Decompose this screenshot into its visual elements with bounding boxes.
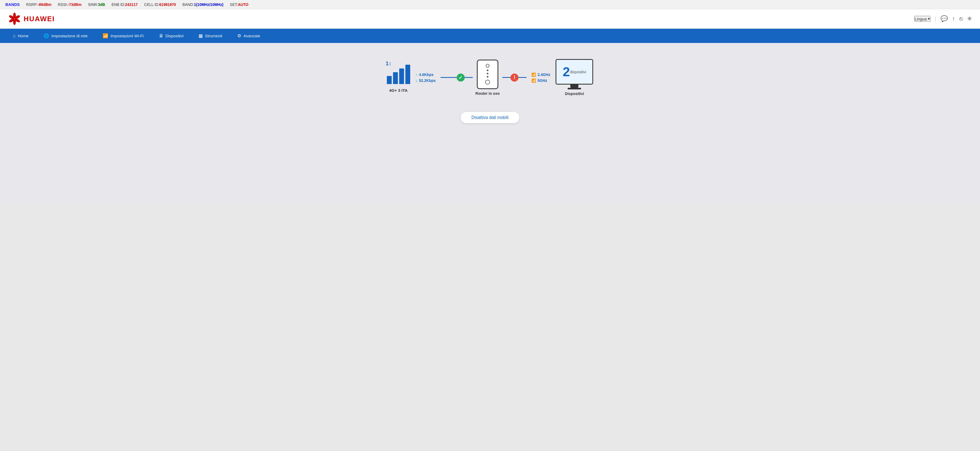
header: HUAWEI Lingua ▾ | 💬 ↑ ⎋ ✳ [0,9,980,29]
band-item: BAND:1(10MHz/10MHz) [182,2,224,7]
download-speed-item: ↓ 52.2Kbps [415,78,436,83]
lingua-label: Lingua [915,17,927,21]
router-icon [477,60,498,89]
signal-section: 1↕ 4G+ 3 ITA [387,62,410,93]
status-bar: BANDS RSRP:-89dBm RSSI:-73dBm SINR:3dB E… [0,0,980,9]
nav-advanced[interactable]: ⚙ Avanzate [230,29,267,43]
up-arrow-icon: ↑ [415,73,417,77]
router-dot-2 [487,73,488,75]
lingua-button[interactable]: Lingua ▾ [914,16,931,22]
band-value: 1(10MHz/10MHz) [194,2,224,7]
down-arrow-icon: ↓ [415,78,417,83]
left-line-segment [441,77,457,78]
download-speed-value: 52.2Kbps [419,78,436,83]
header-right: Lingua ▾ | 💬 ↑ ⎋ ✳ [914,15,972,22]
network-diagram: 1↕ 4G+ 3 ITA ↑ 4.6Kbps ↓ 52.2Kbps [342,59,638,96]
left-line: ✓ [441,73,473,82]
band-label: BAND: [182,2,194,7]
signal-bar-4 [406,65,410,84]
nav-tools-label: Strumenti [205,33,222,38]
rssi-label: RSSI: [58,2,68,7]
devices-count-suffix: dispositivi [570,70,586,74]
nav-network-label: Impostazione di rete [51,33,88,38]
router-dots [487,70,488,78]
nav-home[interactable]: ⌂ Home [5,29,36,43]
router-dot-3 [487,76,488,78]
rsrp-label: RSRP: [26,2,38,7]
navbar: ⌂ Home 🌐 Impostazione di rete 📶 Impostaz… [0,29,980,43]
monitor-stand [570,84,578,88]
set-item: SET:AUTO [230,2,248,7]
wifi-5-icon: 📶 [531,78,536,83]
devices-section: 2dispositivi Dispositivi [555,59,593,96]
right-line-segment1 [502,77,511,78]
upload-speed-item: ↑ 4.6Kbps [415,73,436,77]
nav-network[interactable]: 🌐 Impostazione di rete [36,29,95,43]
logout-icon[interactable]: ⎋ [959,15,963,22]
settings-icon[interactable]: ✳ [967,15,972,22]
rssi-value: -73dBm [68,2,81,7]
set-value: AUTO [238,2,248,7]
wifi-section: 📶 2.4GHz 📶 5GHz [531,73,550,83]
router-indicator [486,64,490,68]
nav-devices[interactable]: 🖥 Dispositivi [151,29,191,43]
router-section: Router in uso [476,60,500,95]
nav-devices-label: Dispositivi [165,33,184,38]
set-label: SET: [230,2,238,7]
wifi-5-item: 📶 5GHz [531,78,550,83]
nav-wifi[interactable]: 📶 Impostazioni Wi-Fi [95,29,151,43]
enb-label: ENB ID: [111,2,125,7]
rsrp-item: RSRP:-89dBm [26,2,51,7]
signal-bar-1 [387,76,392,84]
signal-bars: 1↕ [387,62,410,84]
cell-item: CELL ID:61981970 [144,2,176,7]
devices-icon: 🖥 [159,33,163,39]
right-connector: ! 📶 2.4GHz 📶 5GHz [502,73,553,83]
connection-ok-icon: ✓ [457,73,465,82]
left-line-segment2 [465,77,473,78]
network-icon: 🌐 [43,33,49,39]
sinr-label: SINR: [88,2,98,7]
advanced-icon: ⚙ [237,33,241,39]
nav-advanced-label: Avanzate [243,33,260,38]
main-content: 1↕ 4G+ 3 ITA ↑ 4.6Kbps ↓ 52.2Kbps [0,43,980,204]
right-line-segment2 [519,77,527,78]
wifi-24-item: 📶 2.4GHz [531,73,550,77]
wifi-24-icon: 📶 [531,73,536,77]
upload-icon[interactable]: ↑ [952,15,955,22]
speed-section: ↑ 4.6Kbps ↓ 52.2Kbps [415,73,436,83]
bottom-area: Disattiva dati mobili [461,112,519,123]
nav-home-label: Home [18,33,29,38]
sinr-value: 3dB [98,2,105,7]
rssi-item: RSSI:-73dBm [58,2,82,7]
message-icon[interactable]: 💬 [940,15,948,22]
wifi-5-label: 5GHz [538,78,547,83]
wifi-icon: 📶 [103,33,108,39]
logo: HUAWEI [8,12,55,25]
signal-bar-3 [399,68,404,84]
disattiva-button[interactable]: Disattiva dati mobili [461,112,519,123]
wifi-24-label: 2.4GHz [538,73,550,77]
header-divider: | [935,16,936,22]
router-circle-bottom [485,80,490,84]
sinr-item: SINR:3dB [88,2,105,7]
connection-warning-icon: ! [511,73,519,82]
lingua-arrow-icon: ▾ [928,16,930,21]
monitor-base [568,88,581,89]
nav-tools[interactable]: ▦ Strumenti [191,29,230,43]
home-icon: ⌂ [13,33,16,39]
left-connector: ↑ 4.6Kbps ↓ 52.2Kbps ✓ [413,73,473,83]
monitor-container: 2dispositivi [555,59,593,89]
logo-text: HUAWEI [24,15,55,23]
tools-icon: ▦ [199,33,203,39]
signal-bar-2 [393,72,398,84]
huawei-logo-icon [8,12,21,25]
4g-plus-icon: 1↕ [386,60,391,67]
nav-wifi-label: Impostazioni Wi-Fi [110,33,143,38]
cell-value: 61981970 [159,2,176,7]
cell-label: CELL ID: [144,2,159,7]
signal-label: 4G+ 3 ITA [389,88,408,93]
enb-value: 242117 [125,2,138,7]
enb-item: ENB ID:242117 [111,2,138,7]
monitor-icon: 2dispositivi [555,59,593,84]
